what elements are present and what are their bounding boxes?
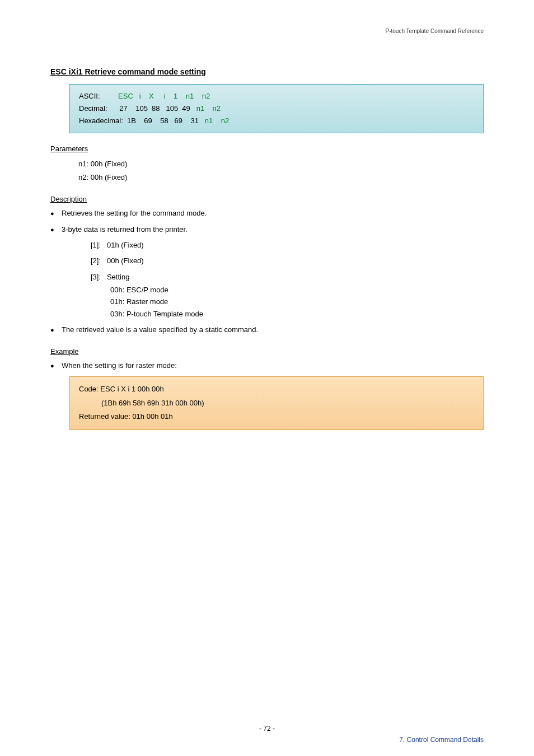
footer-section: 7. Control Command Details bbox=[399, 736, 484, 744]
doc-header-title: P-touch Template Command Reference bbox=[386, 28, 484, 34]
example-line: Code: ESC i X i 1 00h 00h bbox=[79, 382, 474, 396]
example-line: (1Bh 69h 58h 69h 31h 00h 00h) bbox=[101, 396, 474, 410]
example-box: Code: ESC i X i 1 00h 00h (1Bh 69h 58h 6… bbox=[69, 376, 484, 430]
desc-sub-label: [3]: bbox=[91, 273, 101, 281]
code-row-hex: Hexadecimal: 1B 69 58 69 31 n1 n2 bbox=[79, 115, 474, 127]
code-row-decimal: Decimal: 27 105 88 105 49 n1 n2 bbox=[79, 102, 474, 115]
desc-bullet: Retrieves the setting for the command mo… bbox=[50, 208, 484, 220]
code-label: Decimal: bbox=[79, 104, 107, 113]
example-heading: Example bbox=[50, 347, 484, 356]
desc-bullet: 3-byte data is returned from the printer… bbox=[50, 224, 484, 320]
desc-sub-text: 01h (Fixed) bbox=[107, 241, 144, 249]
param-line: n1: 00h (Fixed) bbox=[78, 157, 484, 170]
desc-bullet: The retrieved value is a value specified… bbox=[50, 324, 484, 336]
code-label: ASCII: bbox=[79, 92, 100, 100]
parameters-heading: Parameters bbox=[50, 144, 484, 153]
section-title: ESC iXi1 Retrieve command mode setting bbox=[50, 67, 484, 76]
code-row-ascii: ASCII: ESC i X i 1 n1 n2 bbox=[79, 90, 474, 102]
page-number: - 72 - bbox=[50, 725, 484, 732]
desc-sub-text: 00h (Fixed) bbox=[107, 256, 144, 265]
desc-sub-inner-line: 00h: ESC/P mode bbox=[110, 284, 484, 296]
desc-sub-label: [1]: bbox=[91, 241, 101, 249]
desc-sub-label: [2]: bbox=[91, 256, 101, 265]
desc-sub-inner-line: 01h: Raster mode bbox=[110, 296, 484, 307]
code-table: ASCII: ESC i X i 1 n1 n2 Decimal: 27 105… bbox=[69, 84, 484, 133]
example-line: Returned value: 01h 00h 01h bbox=[79, 410, 474, 424]
param-line: n2: 00h (Fixed) bbox=[78, 171, 484, 184]
footer: - 72 - 7. Control Command Details bbox=[0, 725, 534, 732]
code-label: Hexadecimal: bbox=[79, 116, 123, 125]
desc-sub-inner-line: 03h: P-touch Template mode bbox=[110, 308, 484, 320]
desc-sub-text: Setting bbox=[107, 273, 129, 281]
example-bullet: When the setting is for raster mode: bbox=[50, 360, 484, 372]
description-heading: Description bbox=[50, 195, 484, 203]
